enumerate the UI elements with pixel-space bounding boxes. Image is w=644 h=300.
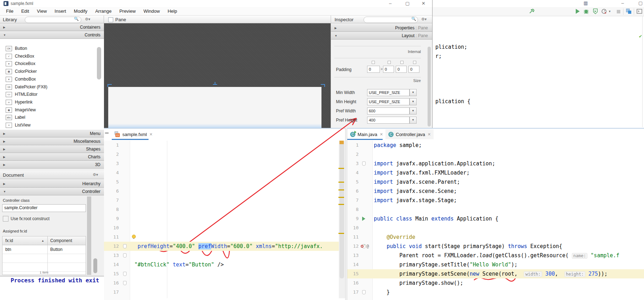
code-line[interactable]: Parent root = FXMLLoader.load(getClass()… [374, 251, 619, 260]
code-line[interactable]: primaryStage.setScene(new Scene(root, wi… [374, 269, 608, 279]
code-line[interactable]: import javafx.application.Application; [374, 159, 495, 168]
padding-link-checkbox-2[interactable] [400, 61, 404, 64]
menu-window[interactable]: Window [140, 8, 164, 14]
assigned-fxid-table[interactable]: fx:id ▲ Component btnButton [2, 236, 86, 275]
size-dropdown-2[interactable]: ▼ [410, 107, 417, 114]
fold-marker-icon[interactable] [123, 253, 127, 258]
library-item-combobox[interactable]: ▾ComboBox [0, 76, 104, 83]
menu-view[interactable]: View [33, 8, 51, 14]
profiler-dropdown-icon[interactable]: ▼ [608, 10, 611, 13]
section-properties[interactable]: ▶Properties : Pane [331, 24, 432, 32]
section-3d[interactable]: ▶3D [0, 161, 104, 169]
section-containers[interactable]: ▶Containers [0, 23, 104, 31]
sb-minimize-icon[interactable]: – [389, 1, 391, 6]
debug-icon[interactable] [584, 8, 589, 14]
library-item-choicebox[interactable]: ▾ChoiceBox [0, 60, 104, 67]
fxml-scrollbar[interactable] [339, 141, 345, 298]
component-column-header[interactable]: Component [50, 238, 72, 243]
code-line[interactable]: import javafx.fxml.FXMLLoader; [374, 168, 470, 177]
fold-marker-icon[interactable] [362, 161, 366, 166]
size-field-min-width[interactable]: USE_PREF_SIZE [367, 89, 410, 96]
code-line[interactable]: public class Main extends Application { [374, 214, 498, 223]
fold-closed-icon[interactable] [123, 281, 127, 285]
terminal-icon[interactable] [637, 8, 642, 14]
section-shapes[interactable]: ▶Shapes [0, 145, 104, 153]
padding-link-checkbox-1[interactable] [388, 61, 391, 64]
menu-modify[interactable]: Modify [70, 8, 91, 14]
document-panel-scrollbar[interactable] [93, 258, 97, 273]
component-cell[interactable]: Button [50, 247, 63, 252]
size-dropdown-0[interactable]: ▼ [410, 89, 417, 96]
padding-field-0[interactable]: 0 [367, 66, 380, 73]
padding-field-3[interactable]: 0 [408, 66, 419, 73]
code-line[interactable]: primaryStage.show(); [374, 278, 463, 288]
library-item-imageview[interactable]: ▣ImageView [0, 106, 104, 114]
section-menu[interactable]: ▶Menu [0, 130, 104, 137]
code-line[interactable]: public void start(Stage primaryStage) th… [374, 242, 562, 251]
controller-section-scrollbar[interactable] [87, 196, 91, 275]
fold-closed-icon[interactable] [123, 272, 127, 276]
controller-class-field[interactable]: sample.Controller [2, 204, 86, 212]
library-search-input[interactable] [25, 17, 81, 23]
document-gear-icon[interactable]: ⚙▾ [93, 172, 98, 177]
fxroot-checkbox[interactable] [3, 216, 8, 222]
library-item-htmleditor[interactable]: <>HTMLEditor [0, 91, 104, 98]
padding-field-1[interactable]: 0 [383, 66, 394, 73]
code-line[interactable]: } [374, 288, 390, 297]
library-scrollbar[interactable] [97, 47, 101, 80]
close-icon[interactable]: ✕ [149, 132, 152, 137]
fold-marker-icon[interactable] [123, 244, 127, 248]
sb-close-icon[interactable]: ✕ [422, 1, 425, 6]
code-line[interactable]: package sample; [374, 141, 422, 150]
menu-arrange[interactable]: Arrange [91, 8, 115, 14]
tab-controller-java[interactable]: C Controller.java ✕ [385, 129, 434, 139]
overrides-method-icon[interactable] [361, 245, 364, 248]
coverage-icon[interactable] [593, 8, 598, 14]
size-field-pref-width[interactable]: 600 [367, 107, 410, 114]
library-item-label[interactable]: abcLabel [0, 114, 104, 121]
bg-restore-icon[interactable]: ▢ [638, 1, 643, 5]
code-line[interactable]: import javafx.scene.Scene; [374, 187, 457, 196]
size-dropdown-3[interactable]: ▼ [410, 117, 417, 124]
code-line[interactable]: @Override [374, 233, 415, 242]
section-hierarchy[interactable]: ▶Hierarchy [0, 180, 104, 188]
library-gear-icon[interactable]: ⚙▾ [85, 17, 90, 22]
intention-bulb-icon[interactable] [132, 235, 136, 239]
section-charts[interactable]: ▶Charts [0, 153, 104, 161]
bg-minimize-icon[interactable]: – [621, 1, 624, 5]
profiler-icon[interactable] [601, 8, 607, 14]
code-line[interactable]: import javafx.scene.Parent; [374, 177, 460, 187]
inspector-scrollbar[interactable] [428, 47, 431, 127]
fxid-cell[interactable]: btn [5, 247, 11, 252]
padding-link-checkbox-0[interactable] [372, 61, 375, 64]
sb-maximize-icon[interactable]: ▢ [405, 1, 410, 6]
library-item-checkbox[interactable]: ✓CheckBox [0, 53, 104, 60]
fold-closed-icon[interactable] [362, 290, 366, 294]
project-windows-icon[interactable] [626, 8, 632, 14]
library-item-colorpicker[interactable]: ▦ColorPicker [0, 68, 104, 75]
section-layout[interactable]: ▼Layout : Pane [331, 32, 432, 40]
size-dropdown-1[interactable]: ▼ [410, 98, 417, 105]
section-controls[interactable]: ▼Controls [0, 31, 104, 39]
size-field-pref-height[interactable]: 400 [367, 117, 410, 124]
code-line[interactable]: prefHeight="400.0" prefWidth="600.0" xml… [131, 242, 323, 251]
menu-insert[interactable]: Insert [51, 8, 70, 14]
library-item-hyperlink[interactable]: ∞Hyperlink [0, 99, 104, 106]
padding-link-checkbox-3[interactable] [413, 61, 416, 64]
close-icon-3[interactable]: ✕ [428, 132, 431, 137]
run-class-icon[interactable] [362, 217, 365, 221]
padding-field-2[interactable]: 0 [396, 66, 407, 73]
menu-help[interactable]: Help [164, 8, 181, 14]
menu-preview[interactable]: Preview [115, 8, 139, 14]
size-field-min-height[interactable]: USE_PREF_SIZE [367, 98, 410, 105]
section-controller[interactable]: ▼Controller [0, 188, 104, 195]
code-line[interactable]: import javafx.stage.Stage; [374, 196, 457, 205]
pane-design-surface[interactable] [108, 87, 321, 129]
menu-edit[interactable]: Edit [17, 8, 33, 14]
menu-file[interactable]: File [2, 8, 17, 14]
section-miscellaneous[interactable]: ▶Miscellaneous [0, 137, 104, 145]
close-icon-2[interactable]: ✕ [380, 132, 383, 137]
fxid-table-header[interactable]: fx:id ▲ Component [2, 236, 86, 245]
build-hammer-icon[interactable] [529, 8, 535, 14]
code-line[interactable]: primaryStage.setTitle("Hello World"); [374, 260, 517, 269]
